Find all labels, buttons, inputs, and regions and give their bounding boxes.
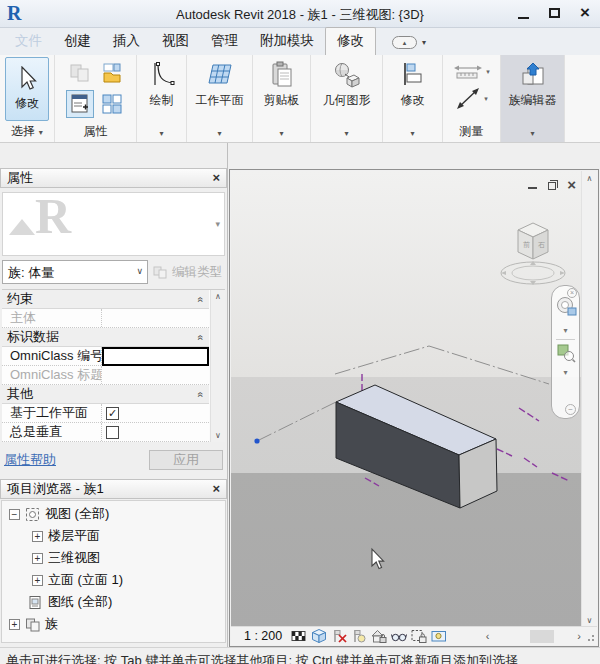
chevron-down-icon[interactable]: ▾: [137, 129, 186, 138]
properties-palette-header[interactable]: 属性 ×: [0, 168, 227, 188]
mass-box[interactable]: [336, 385, 497, 508]
tree-item-sheets[interactable]: 图纸 (全部): [2, 591, 225, 613]
tab-create[interactable]: 创建: [53, 28, 102, 55]
panel-clipboard[interactable]: 剪贴板 ▾: [253, 55, 311, 142]
scroll-up-icon[interactable]: ∧: [587, 174, 593, 183]
ribbon-display-toggle[interactable]: ▴ ▾: [392, 36, 426, 49]
measure-angular-button[interactable]: ▾: [455, 87, 488, 111]
panel-workplane[interactable]: 工作平面 ▾: [187, 55, 253, 142]
panel-family-editor[interactable]: 族编辑器 ▾: [501, 55, 565, 142]
chevron-down-icon[interactable]: ▾: [501, 129, 564, 138]
close-icon[interactable]: ×: [212, 483, 220, 495]
edit-type-button[interactable]: 编辑类型: [153, 260, 225, 284]
view-cube[interactable]: 前 右: [497, 211, 569, 295]
ribbon-pin-icon[interactable]: ▴: [392, 36, 417, 49]
view-close-button[interactable]: ×: [567, 179, 576, 190]
tab-file[interactable]: 文件: [4, 28, 53, 55]
chevron-down-icon[interactable]: ▾: [552, 368, 579, 377]
resize-grip[interactable]: [586, 628, 596, 644]
detail-level-icon[interactable]: [291, 628, 307, 644]
family-types-folder-icon[interactable]: [100, 61, 124, 85]
horizontal-scrollbar[interactable]: [494, 630, 572, 643]
type-selector-preview[interactable]: R ▾: [2, 192, 225, 256]
tree-item-floor-plans[interactable]: + 楼层平面: [2, 525, 225, 547]
reference-point[interactable]: [254, 438, 259, 443]
panel-modify-tools[interactable]: 修改 ▾: [383, 55, 443, 142]
select-panel-label[interactable]: 选择 ▾: [0, 123, 54, 140]
minimize-button[interactable]: [518, 17, 529, 19]
collapse-chevron-icon[interactable]: «: [196, 296, 207, 302]
expand-expander-icon[interactable]: +: [9, 619, 20, 630]
scroll-down-icon[interactable]: ∨: [587, 616, 593, 625]
steering-wheel-icon[interactable]: [556, 296, 577, 317]
omniclass-number-input[interactable]: [102, 347, 209, 366]
tree-item-elevations[interactable]: + 立面 (立面 1): [2, 569, 225, 591]
visual-style-icon[interactable]: [311, 628, 327, 644]
tree-item-families[interactable]: + 族: [2, 613, 225, 635]
pan-icon[interactable]: −: [565, 404, 576, 415]
close-icon[interactable]: ×: [212, 172, 220, 184]
tab-modify[interactable]: 修改: [325, 27, 376, 55]
collapse-chevron-icon[interactable]: «: [196, 334, 207, 340]
measure-linear-button[interactable]: ▾: [453, 64, 490, 80]
apply-button[interactable]: 应用: [149, 450, 223, 470]
property-row-omniclass-title[interactable]: OmniClass 标题: [2, 366, 209, 385]
panel-draw[interactable]: 绘制 ▾: [137, 55, 187, 142]
tab-view[interactable]: 视图: [151, 28, 200, 55]
close-button[interactable]: ×: [580, 6, 590, 20]
collapse-chevron-icon[interactable]: «: [196, 391, 207, 397]
collapse-expander-icon[interactable]: −: [9, 509, 20, 520]
property-row-work-plane-based[interactable]: 基于工作平面 ✓: [2, 404, 209, 423]
revit-logo-icon[interactable]: R: [7, 2, 29, 25]
panel-geometry[interactable]: 几何图形 ▾: [311, 55, 383, 142]
view-scale[interactable]: 1 : 200: [244, 629, 282, 643]
user-interface-windows-icon[interactable]: [100, 92, 124, 116]
chevron-down-icon[interactable]: ▾: [187, 129, 252, 138]
property-row-host[interactable]: 主体: [2, 309, 209, 328]
scroll-down-icon[interactable]: ∨: [215, 431, 221, 440]
drawing-canvas[interactable]: × 前 右 ×: [231, 171, 582, 628]
scroll-left-icon[interactable]: ‹: [483, 630, 493, 642]
vertical-scrollbar[interactable]: ∧ ∨: [581, 171, 597, 628]
properties-scrollbar[interactable]: ∧ ∨: [210, 290, 225, 442]
project-browser-header[interactable]: 项目浏览器 - 族1 ×: [0, 479, 227, 499]
type-selector-combo[interactable]: 族: 体量 ∨: [2, 260, 148, 284]
property-value[interactable]: [102, 366, 209, 384]
checkbox-checked[interactable]: ✓: [106, 407, 119, 420]
view-minimize-button[interactable]: [528, 187, 537, 189]
shadows-icon[interactable]: [351, 628, 367, 644]
maximize-button[interactable]: [549, 8, 560, 18]
zoom-region-icon[interactable]: [557, 344, 576, 363]
chevron-down-icon[interactable]: ▾: [383, 129, 442, 138]
scroll-right-icon[interactable]: ›: [574, 630, 584, 642]
tab-insert[interactable]: 插入: [102, 28, 151, 55]
sun-path-icon[interactable]: [331, 628, 347, 644]
expand-expander-icon[interactable]: +: [32, 575, 43, 586]
crop-region-icon[interactable]: [411, 628, 427, 644]
modify-tool-button[interactable]: 修改: [5, 57, 49, 121]
tab-manage[interactable]: 管理: [200, 28, 249, 55]
group-header-constraints[interactable]: 约束 «: [2, 290, 209, 309]
type-properties-icon[interactable]: [68, 61, 92, 85]
property-value[interactable]: [102, 309, 209, 327]
checkbox-unchecked[interactable]: [106, 426, 119, 439]
chevron-down-icon[interactable]: ▾: [253, 129, 310, 138]
group-header-other[interactable]: 其他 «: [2, 385, 209, 404]
group-header-identity-data[interactable]: 标识数据 «: [2, 328, 209, 347]
chevron-down-icon[interactable]: ▾: [422, 38, 426, 47]
view-restore-button[interactable]: [548, 182, 556, 190]
chevron-down-icon[interactable]: ▾: [486, 68, 490, 76]
tab-addins[interactable]: 附加模块: [249, 28, 325, 55]
property-row-omniclass-number[interactable]: OmniClass 编号: [2, 347, 209, 366]
locked-3d-view-icon[interactable]: [371, 628, 387, 644]
properties-palette-toggle[interactable]: [66, 90, 94, 118]
expand-expander-icon[interactable]: +: [32, 553, 43, 564]
property-row-always-vertical[interactable]: 总是垂直: [2, 423, 209, 442]
properties-help-link[interactable]: 属性帮助: [4, 451, 56, 469]
reveal-hidden-elements-icon[interactable]: [431, 628, 447, 644]
expand-expander-icon[interactable]: +: [32, 531, 43, 542]
chevron-down-icon[interactable]: ▾: [215, 219, 220, 229]
chevron-down-icon[interactable]: ▾: [311, 129, 382, 138]
temporary-hide-isolate-icon[interactable]: [391, 628, 407, 644]
scrollbar-thumb[interactable]: [530, 630, 554, 643]
